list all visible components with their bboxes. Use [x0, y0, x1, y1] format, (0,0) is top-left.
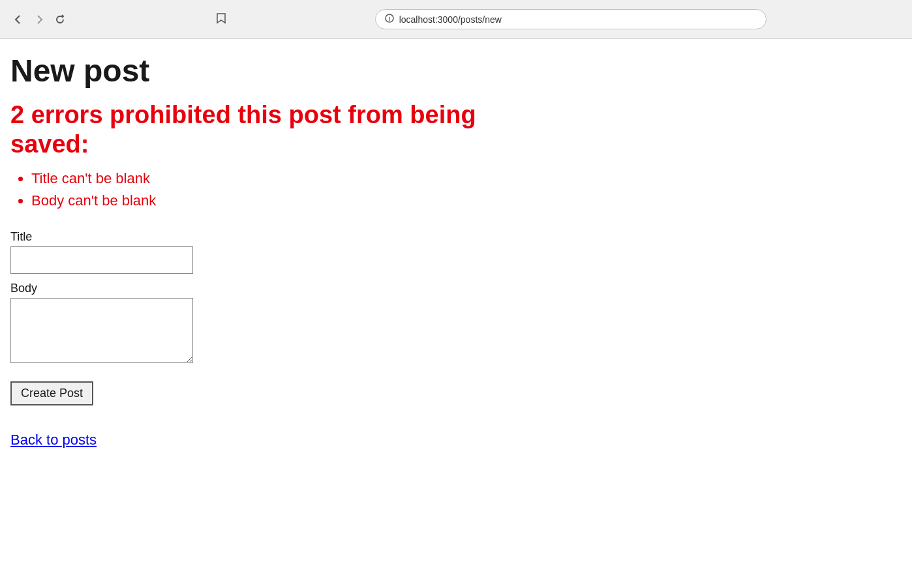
bookmark-button[interactable] [213, 10, 229, 29]
body-label: Body [10, 282, 511, 295]
page-content: New post 2 errors prohibited this post f… [0, 39, 522, 462]
title-form-group: Title [10, 230, 511, 274]
error-item-title: Title can't be blank [31, 170, 511, 187]
body-form-group: Body [10, 282, 511, 363]
title-input[interactable] [10, 246, 193, 274]
back-to-posts-link[interactable]: Back to posts [10, 432, 97, 448]
error-heading: 2 errors prohibited this post from being… [10, 100, 511, 160]
svg-text:!: ! [388, 16, 390, 22]
create-post-button[interactable]: Create Post [10, 381, 93, 405]
back-button[interactable] [10, 12, 26, 27]
nav-buttons [10, 12, 68, 27]
error-item-body: Body can't be blank [31, 192, 511, 209]
security-icon: ! [385, 14, 394, 25]
reload-button[interactable] [52, 12, 68, 27]
page-title: New post [10, 52, 511, 90]
address-bar[interactable]: ! localhost:3000/posts/new [375, 9, 767, 29]
browser-chrome: ! localhost:3000/posts/new [0, 0, 912, 39]
error-list: Title can't be blank Body can't be blank [10, 170, 511, 209]
title-label: Title [10, 230, 511, 244]
url-text: localhost:3000/posts/new [399, 14, 502, 25]
forward-button[interactable] [31, 12, 47, 27]
body-input[interactable] [10, 298, 193, 363]
